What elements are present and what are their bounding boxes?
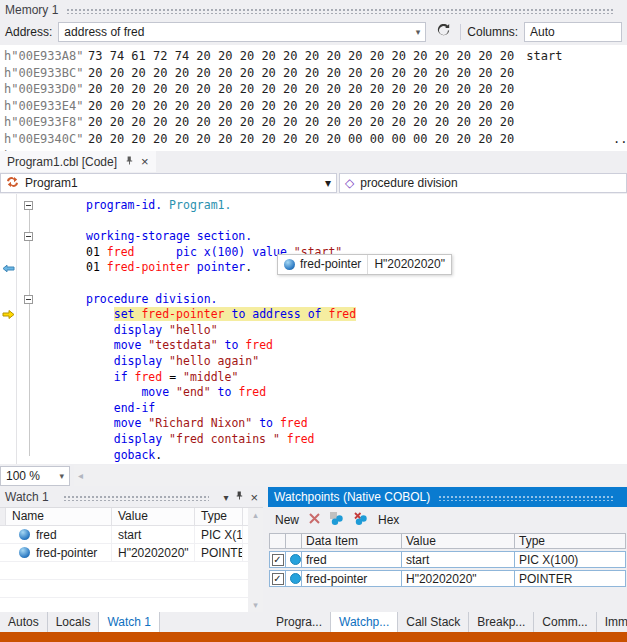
code-editor[interactable]: program-id. Program1.working-storage sec… (0, 194, 627, 464)
hex-toggle-button[interactable]: Hex (378, 513, 399, 527)
watchpoint-indicator-cell (286, 570, 302, 587)
watch-panel-title-label: Watch 1 (5, 490, 49, 504)
datatip: fred-pointer H"20202020" (277, 254, 452, 275)
datatip-value: H"20202020" (374, 257, 445, 273)
code-indent (86, 416, 114, 430)
memory-bytes: 20 20 20 20 20 20 20 20 20 20 20 20 00 0… (88, 132, 514, 146)
chevron-down-icon[interactable]: ▾ (325, 176, 331, 190)
column-header-data-item[interactable]: Data Item (302, 533, 402, 549)
memory-address: h"00E9340C" (4, 131, 88, 148)
code-token: fred (245, 338, 273, 352)
code-token (190, 260, 197, 274)
column-header-indicator[interactable] (286, 533, 302, 549)
watchpoint-row[interactable]: ✓fred-pointerH"20202020"POINTER (269, 570, 626, 587)
scroll-down-icon[interactable]: ▾ (253, 600, 258, 610)
document-tab-title: Program1.cbl [Code] (7, 155, 117, 169)
zoom-combo[interactable]: 100 % ▾ (0, 466, 70, 486)
column-header-value[interactable]: Value (402, 533, 515, 549)
code-indent (86, 323, 114, 337)
new-watchpoint-button[interactable]: New (275, 513, 299, 527)
watch-empty-row[interactable] (0, 580, 263, 598)
current-statement-icon (0, 309, 16, 320)
watch-row[interactable]: fred-pointerH"20202020"POINTER (0, 544, 263, 562)
column-header-value[interactable]: Value (112, 508, 195, 525)
tab-progra[interactable]: Progra... (268, 612, 331, 632)
memory-row: h"00E933D0"20 20 20 20 20 20 20 20 20 20… (4, 81, 627, 98)
code-line: procedure division. (0, 292, 627, 308)
code-text: move "testdata" to fred (40, 338, 273, 354)
chevron-down-icon[interactable]: ▾ (59, 471, 64, 481)
document-tab[interactable]: Program1.cbl [Code] × (0, 151, 156, 172)
code-token: . (245, 260, 252, 274)
memory-row: h"00E933E4"20 20 20 20 20 20 20 20 20 20… (4, 98, 627, 115)
tab-call-stack[interactable]: Call Stack (398, 612, 469, 632)
code-line: display "fred contains " fred (0, 432, 627, 448)
code-indent (86, 370, 114, 384)
column-header-type[interactable]: Type (195, 508, 243, 525)
column-header-name[interactable]: Name (6, 508, 112, 525)
tab-locals[interactable]: Locals (48, 612, 100, 632)
watch-name-cell: fred-pointer (6, 544, 112, 561)
enable-all-watchpoints-icon[interactable] (330, 512, 345, 528)
code-token: to (225, 338, 239, 352)
code-line: move "testdata" to fred (0, 338, 627, 354)
watchpoint-value: start (402, 551, 515, 568)
types-combo[interactable]: Program1 ▾ (0, 173, 337, 193)
scroll-up-icon[interactable]: ▴ (253, 510, 258, 520)
delete-all-watchpoints-icon[interactable] (354, 512, 369, 528)
scroll-left-icon[interactable]: ◂ (74, 470, 87, 481)
tab-immedi[interactable]: Immedi... (597, 612, 627, 632)
code-token: procedure division. (86, 292, 218, 306)
window-position-icon[interactable]: ▾ (223, 492, 228, 503)
collapse-region-toggle[interactable] (24, 232, 33, 241)
watchpoint-row[interactable]: ✓fredstartPIC X(100) (269, 551, 626, 568)
code-token (128, 370, 135, 384)
tab-autos[interactable]: Autos (0, 612, 48, 632)
tab-watchp[interactable]: Watchp... (331, 612, 398, 632)
address-combo[interactable]: address of fred ▾ (58, 22, 426, 42)
columns-label: Columns: (467, 25, 518, 39)
horizontal-scrollbar[interactable]: ◂ (74, 465, 627, 486)
watch-row[interactable]: fredstartPIC X(100) (0, 526, 263, 544)
collapse-region-toggle[interactable] (24, 201, 33, 210)
watch-grid-header: NameValueType (0, 508, 263, 526)
watch-panel: Watch 1 ▾ × NameValueType fredstartPIC X… (0, 487, 263, 612)
column-header-type[interactable]: Type (515, 533, 626, 549)
code-text: move "end" to fred (40, 385, 266, 401)
watchpoint-active-icon (290, 573, 301, 584)
watchpoint-checkbox[interactable]: ✓ (272, 554, 284, 566)
members-combo[interactable]: ◇ procedure division (339, 173, 627, 193)
watchpoint-checkbox[interactable]: ✓ (272, 573, 284, 585)
vertical-scrollbar[interactable]: ▴ ▾ (248, 508, 263, 612)
close-icon[interactable]: × (250, 491, 258, 504)
tab-breakp[interactable]: Breakp... (469, 612, 534, 632)
code-token (273, 416, 280, 430)
pin-icon[interactable] (124, 155, 134, 169)
code-text: program-id. Program1. (40, 198, 231, 214)
watch-empty-row[interactable] (0, 562, 263, 580)
close-icon[interactable]: × (141, 155, 149, 168)
memory-row: h"00E933F8"20 20 20 20 20 20 20 20 20 20… (4, 114, 627, 131)
code-indent (86, 307, 114, 321)
delete-watchpoint-icon[interactable] (308, 512, 321, 528)
refresh-button[interactable] (432, 22, 454, 42)
column-header-enabled[interactable] (269, 533, 286, 549)
collapse-region-toggle[interactable] (24, 295, 33, 304)
pin-icon[interactable] (234, 490, 244, 504)
code-line: set fred-pointer to address of fred (0, 307, 627, 323)
chevron-down-icon[interactable]: ▾ (416, 27, 421, 37)
tab-watch-1[interactable]: Watch 1 (99, 612, 160, 632)
types-combo-value: Program1 (25, 176, 78, 190)
watch-name: fred-pointer (36, 546, 97, 560)
tab-comm[interactable]: Comm... (534, 612, 596, 632)
datatip-value-cell[interactable]: H"20202020" (367, 255, 451, 274)
watch-value: H"20202020" (112, 544, 195, 561)
code-text: set fred-pointer to address of fred (40, 307, 356, 323)
data-item-icon (284, 259, 295, 270)
memory-ascii: .... (526, 132, 627, 146)
code-token: "testdata" (148, 338, 217, 352)
outline-margin (16, 295, 40, 304)
code-token: "hello" (169, 323, 217, 337)
code-token: pic (176, 245, 197, 259)
columns-combo[interactable]: Auto (524, 22, 622, 42)
